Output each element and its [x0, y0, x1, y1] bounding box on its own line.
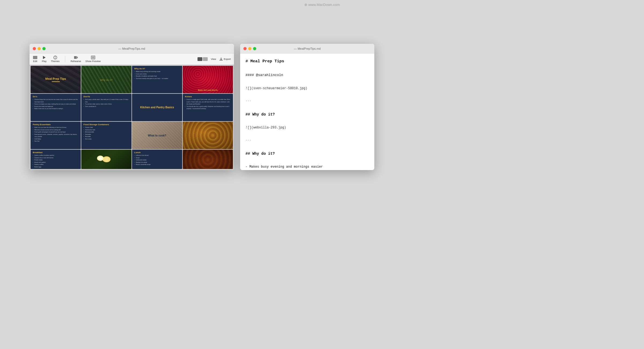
- blank-7: [246, 143, 369, 150]
- rehearse-button[interactable]: Rehearse: [71, 56, 81, 63]
- slide-11[interactable]: What to cook?: [132, 122, 182, 149]
- presentation-window: — MealPrepTips.md Edit Play Themes: [30, 44, 234, 170]
- slide-13-list: Quiche muffins (crustless quiche) Soaked…: [31, 154, 81, 169]
- svg-rect-0: [33, 56, 37, 59]
- play-button[interactable]: Play: [42, 56, 47, 63]
- svg-rect-7: [92, 56, 94, 59]
- maximize-button[interactable]: [42, 47, 46, 50]
- right-minimize-button[interactable]: [248, 47, 251, 50]
- slide-12[interactable]: [183, 122, 233, 149]
- blank-4: [246, 104, 369, 111]
- slide-9-heading: Pantry Essentials: [31, 122, 81, 126]
- slide-10-heading: Food Storage Containers: [81, 122, 131, 126]
- traffic-lights: [33, 47, 46, 50]
- slide-14[interactable]: [81, 150, 131, 169]
- export-button[interactable]: Export: [219, 57, 231, 61]
- doc-img-2: ![](webvilla-293.jpg): [246, 125, 369, 131]
- slide-3-list: Makes busy evening and mornings easier I…: [132, 70, 182, 81]
- right-close-button[interactable]: [243, 47, 247, 50]
- svg-marker-1: [43, 56, 46, 59]
- slide-5[interactable]: Do's Choose things that can become two m…: [31, 94, 81, 121]
- slide-8-list: Invest in a single good Chef's knife, wi…: [183, 98, 233, 111]
- slide-3-heading: Why do it?: [132, 66, 182, 70]
- blank-8: [246, 157, 369, 164]
- list-view-btn[interactable]: [203, 57, 208, 61]
- close-button[interactable]: [33, 47, 36, 50]
- slide-5-heading: Do's: [31, 94, 81, 98]
- export-icon: [219, 57, 223, 61]
- grid-view-btn[interactable]: [197, 57, 202, 61]
- svg-rect-8: [219, 60, 223, 60]
- slide-8-heading: Knives: [183, 94, 233, 98]
- view-toggle[interactable]: [197, 57, 208, 61]
- slide-9[interactable]: Pantry Essentials Make sure you have the…: [31, 122, 81, 149]
- slide-10-list: Freezer Safe Dishwasher Safe Microwaveab…: [81, 126, 131, 141]
- editor-body[interactable]: # Meal Prep Tips #### @sarahlincoln ![](…: [240, 53, 374, 170]
- doc-img-1: ![](sven-scheuermeier-58010.jpg): [246, 85, 369, 92]
- slide-15-heading: Lunch: [132, 150, 182, 154]
- slide-9-list: Make sure you have the following on hand…: [31, 126, 81, 143]
- blank-6: [246, 131, 369, 138]
- presentation-toolbar: Edit Play Themes Rehearse: [30, 53, 234, 65]
- slide-10[interactable]: Food Storage Containers Freezer Safe Dis…: [81, 122, 131, 149]
- slide-3[interactable]: Why do it? Makes busy evening and mornin…: [132, 66, 182, 93]
- toolbar-right: View Export: [197, 57, 231, 61]
- doc-h2-2: ## Why do it?: [246, 150, 369, 157]
- themes-button[interactable]: Themes: [51, 56, 60, 63]
- blank-2: [246, 79, 369, 85]
- edit-icon: [33, 56, 38, 59]
- slide-6-list: Don't prep a whole week. Start with just…: [81, 98, 131, 109]
- slide-5-list: Choose things that can become two meals,…: [31, 98, 81, 111]
- slide-16[interactable]: [183, 150, 233, 169]
- slide-4-title: Basic Do's and Don'ts: [198, 89, 218, 91]
- doc-bullet-1: - Makes busy evening and mornings easier: [246, 164, 369, 170]
- rehearse-icon: [74, 56, 78, 59]
- doc-author: #### @sarahlincoln: [246, 72, 369, 79]
- slide-1[interactable]: Meal Prep Tips: [31, 66, 81, 93]
- left-titlebar: — MealPrepTips.md: [30, 44, 234, 53]
- slide-15-list: Leftovers from dinner! Soups Undressed s…: [132, 154, 182, 167]
- slide-2[interactable]: Why do it?: [81, 66, 131, 93]
- themes-icon: [53, 56, 57, 59]
- slide-7-title: Kitchen and Pantry Basics: [138, 103, 176, 111]
- left-window-title: — MealPrepTips.md: [118, 47, 145, 50]
- blank-1: [246, 66, 369, 72]
- doc-divider-1: ---: [246, 98, 369, 104]
- preview-icon: [91, 56, 95, 59]
- slide-6[interactable]: Don'ts Don't prep a whole week. Start wi…: [81, 94, 131, 121]
- view-button[interactable]: View: [211, 58, 216, 60]
- slide-13[interactable]: Breakfast Quiche muffins (crustless quic…: [31, 150, 81, 169]
- svg-rect-4: [74, 56, 77, 59]
- svg-rect-5: [77, 57, 78, 58]
- slide-1-title: Meal Prep Tips: [45, 77, 66, 80]
- right-maximize-button[interactable]: [253, 47, 256, 50]
- play-icon: [42, 56, 46, 59]
- right-titlebar: — MealPrepTips.md: [240, 44, 374, 53]
- right-traffic-lights: [243, 47, 256, 50]
- doc-divider-2: ---: [246, 137, 369, 143]
- right-window-title: — MealPrepTips.md: [294, 47, 321, 50]
- edit-button[interactable]: Edit: [33, 56, 38, 63]
- slide-15[interactable]: Lunch Leftovers from dinner! Soups Undre…: [132, 150, 182, 169]
- watermark-icon: ⊕: [304, 3, 307, 7]
- doc-h1: # Meal Prep Tips: [246, 58, 369, 66]
- slide-11-title: What to cook?: [148, 134, 166, 137]
- show-preview-button[interactable]: Show Preview: [85, 56, 101, 63]
- slide-6-heading: Don'ts: [81, 94, 131, 98]
- slide-7[interactable]: Kitchen and Pantry Basics: [132, 94, 182, 121]
- slides-grid: Meal Prep Tips Why do it? Why do it? Mak…: [30, 65, 234, 170]
- blank-3: [246, 91, 369, 98]
- slide-4[interactable]: Basic Do's and Don'ts: [183, 66, 233, 93]
- blank-5: [246, 118, 369, 125]
- minimize-button[interactable]: [38, 47, 41, 50]
- slide-8[interactable]: Knives Invest in a single good Chef's kn…: [183, 94, 233, 121]
- editor-window: — MealPrepTips.md # Meal Prep Tips #### …: [240, 44, 374, 170]
- slide-13-heading: Breakfast: [31, 150, 81, 154]
- watermark: ⊕ www.MacDown.com: [304, 3, 340, 7]
- doc-h2-1: ## Why do it?: [246, 111, 369, 118]
